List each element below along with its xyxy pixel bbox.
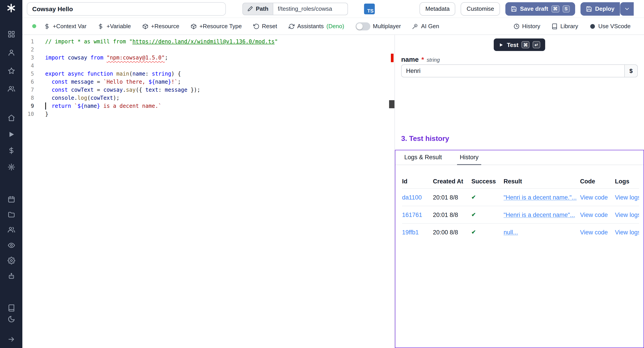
code-line: return `${name} is a decent name.` bbox=[45, 102, 278, 110]
code-token: message bbox=[71, 79, 94, 85]
arrow-right-icon[interactable] bbox=[0, 333, 22, 345]
metadata-button[interactable]: Metadata bbox=[420, 2, 455, 16]
calendar-icon[interactable] bbox=[0, 193, 22, 205]
add-resource-type-button[interactable]: +Resource Type bbox=[190, 23, 242, 30]
user-icon[interactable] bbox=[0, 46, 22, 58]
code-token: : bbox=[145, 71, 152, 77]
argument-value-input[interactable] bbox=[401, 64, 624, 78]
view-logs-link[interactable]: View logs bbox=[615, 211, 639, 218]
deploy-button[interactable]: Deploy bbox=[580, 2, 620, 16]
tab-logs-result[interactable]: Logs & Result bbox=[402, 150, 444, 165]
pencil-icon bbox=[247, 6, 253, 12]
code-token: cowText bbox=[90, 95, 113, 101]
path-input[interactable]: f/testing_roles/cowsa bbox=[273, 2, 348, 15]
resources-icon[interactable] bbox=[0, 160, 22, 173]
run-id-link[interactable]: 161761 bbox=[402, 211, 433, 218]
add-variable-button[interactable]: +Variable bbox=[98, 23, 131, 30]
robot-icon[interactable] bbox=[0, 270, 22, 282]
assistants-button[interactable]: Assistants (Deno) bbox=[288, 23, 344, 30]
code-token bbox=[64, 54, 68, 61]
result-link[interactable]: "Henri is a decent name"... bbox=[504, 211, 580, 218]
code-token bbox=[45, 103, 52, 109]
column-header: Result bbox=[504, 178, 580, 184]
view-code-link[interactable]: View code bbox=[580, 211, 615, 218]
path-edit-button[interactable]: Path bbox=[242, 2, 273, 15]
view-code-link[interactable]: View code bbox=[580, 194, 615, 200]
history-table-header: IdCreated AtSuccessResultCodeLogs bbox=[402, 174, 639, 188]
code-editor[interactable]: 12345678910 // import * as wmill from "h… bbox=[22, 35, 395, 348]
gear-icon[interactable] bbox=[0, 254, 22, 266]
view-logs-link[interactable]: View logs bbox=[615, 194, 639, 200]
grid-icon[interactable] bbox=[0, 28, 22, 40]
history-button[interactable]: History bbox=[513, 23, 540, 30]
star-icon[interactable] bbox=[0, 64, 22, 77]
run-id-link[interactable]: 19ffb1 bbox=[402, 229, 433, 236]
run-id-link[interactable]: da1100 bbox=[402, 194, 433, 200]
moon-icon[interactable] bbox=[0, 313, 22, 325]
code-token: } bbox=[168, 79, 171, 85]
customise-button[interactable]: Customise bbox=[461, 2, 500, 16]
tab-history[interactable]: History bbox=[457, 150, 481, 165]
windmill-logo[interactable] bbox=[0, 2, 22, 14]
library-button[interactable]: Library bbox=[552, 23, 578, 30]
team-icon[interactable] bbox=[0, 223, 22, 236]
insert-variable-button[interactable]: $ bbox=[624, 64, 638, 78]
view-code-link[interactable]: View code bbox=[580, 229, 615, 236]
code-token: from bbox=[90, 54, 103, 61]
use-vscode-button[interactable]: Use VScode bbox=[589, 23, 630, 30]
code-token: " bbox=[274, 38, 278, 45]
history-row: 16176120:01 8/8✔"Henri is a decent name"… bbox=[402, 206, 639, 223]
test-button[interactable]: Test ⌘ ↵ bbox=[494, 38, 545, 51]
deploy-dropdown-button[interactable] bbox=[620, 2, 634, 16]
eye-icon[interactable] bbox=[0, 239, 22, 252]
argument-name: name bbox=[401, 56, 418, 63]
ai-gen-button[interactable]: AI Gen bbox=[412, 23, 439, 30]
result-link[interactable]: null... bbox=[504, 229, 580, 236]
test-history-panel: Logs & Result History IdCreated AtSucces… bbox=[395, 150, 644, 348]
script-name-input[interactable] bbox=[27, 2, 226, 16]
book-icon[interactable] bbox=[0, 302, 22, 314]
code-area[interactable]: // import * as wmill from "https://deno.… bbox=[45, 38, 278, 348]
variable-label: +Variable bbox=[107, 23, 131, 30]
code-line: const cowText = cowsay.say({ text: messa… bbox=[45, 86, 278, 94]
save-draft-button[interactable]: Save draft ⌘ S bbox=[505, 2, 575, 16]
multiplayer-toggle[interactable] bbox=[355, 22, 370, 30]
save-draft-label: Save draft bbox=[520, 5, 548, 12]
column-header: Created At bbox=[433, 178, 471, 184]
history-label: History bbox=[522, 23, 540, 30]
code-token: name bbox=[132, 71, 145, 77]
dollar-icon[interactable] bbox=[0, 144, 22, 156]
add-context-var-button[interactable]: +Context Var bbox=[44, 23, 86, 30]
code-token: . bbox=[74, 95, 77, 101]
code-token: ); bbox=[113, 95, 120, 101]
code-token bbox=[45, 79, 52, 85]
argument-label-row: name* string bbox=[401, 56, 638, 62]
view-logs-link[interactable]: View logs bbox=[615, 229, 639, 236]
result-link[interactable]: "Henri is a decent name."... bbox=[504, 194, 580, 200]
code-token: ` bbox=[74, 103, 77, 109]
line-number: 8 bbox=[22, 94, 34, 102]
editor-toolbar: +Context Var +Variable +Resource +Resour… bbox=[22, 18, 644, 35]
code-token: } bbox=[97, 103, 100, 109]
users-icon[interactable] bbox=[0, 82, 22, 95]
history-tabs: Logs & Result History bbox=[395, 150, 644, 165]
ai-gen-label: AI Gen bbox=[421, 23, 439, 30]
code-token bbox=[113, 71, 116, 77]
history-table: IdCreated AtSuccessResultCodeLogs da1100… bbox=[402, 174, 639, 241]
play-icon[interactable] bbox=[0, 128, 22, 140]
add-resource-button[interactable]: +Resource bbox=[142, 23, 179, 30]
code-token: function bbox=[87, 71, 113, 77]
folder-icon[interactable] bbox=[0, 208, 22, 220]
code-token: // import * as wmill from " bbox=[45, 38, 132, 45]
reset-label: Reset bbox=[262, 23, 277, 30]
code-line: import cowsay from "npm:cowsay@1.5.0"; bbox=[45, 54, 278, 62]
code-line: // import * as wmill from "https://deno.… bbox=[45, 38, 278, 46]
test-history-title: 3. Test history bbox=[401, 135, 638, 143]
error-marker bbox=[391, 54, 394, 62]
code-token bbox=[45, 87, 52, 93]
code-token: async bbox=[68, 71, 84, 77]
code-token: name bbox=[84, 103, 97, 109]
resource-label: +Resource bbox=[151, 23, 179, 30]
reset-button[interactable]: Reset bbox=[253, 23, 277, 30]
home-icon[interactable] bbox=[0, 112, 22, 124]
